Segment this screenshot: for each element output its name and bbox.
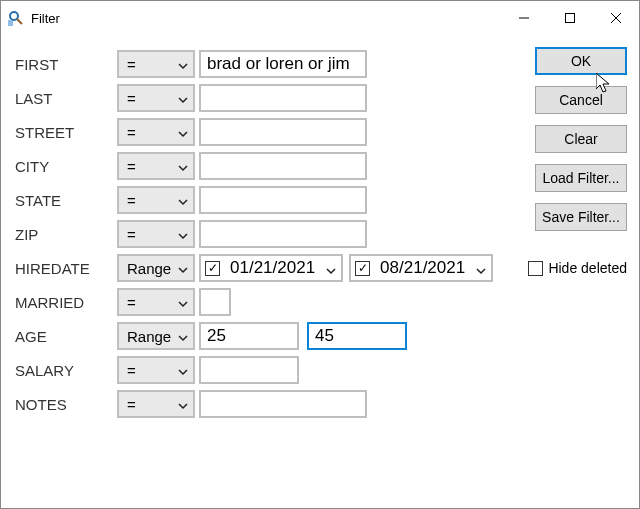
checkbox-icon[interactable] bbox=[528, 261, 543, 276]
input-notes[interactable] bbox=[199, 390, 367, 418]
input-state[interactable] bbox=[199, 186, 367, 214]
svg-rect-2 bbox=[8, 20, 13, 26]
chevron-down-icon bbox=[177, 262, 189, 274]
chevron-down-icon bbox=[177, 92, 189, 104]
button-column: OK Cancel Clear Load Filter... Save Filt… bbox=[535, 47, 627, 231]
row-notes: NOTES = bbox=[15, 387, 629, 421]
label-notes: NOTES bbox=[15, 396, 117, 413]
label-city: CITY bbox=[15, 158, 117, 175]
op-street[interactable]: = bbox=[117, 118, 195, 146]
input-age-from[interactable] bbox=[199, 322, 299, 350]
chevron-down-icon bbox=[177, 364, 189, 376]
checkbox-icon[interactable]: ✓ bbox=[205, 261, 220, 276]
load-filter-button[interactable]: Load Filter... bbox=[535, 164, 627, 192]
label-street: STREET bbox=[15, 124, 117, 141]
input-city[interactable] bbox=[199, 152, 367, 180]
op-last[interactable]: = bbox=[117, 84, 195, 112]
chevron-down-icon bbox=[177, 398, 189, 410]
row-age: AGE Range bbox=[15, 319, 629, 353]
label-married: MARRIED bbox=[15, 294, 117, 311]
chevron-down-icon bbox=[177, 296, 189, 308]
close-button[interactable] bbox=[593, 3, 639, 33]
svg-rect-4 bbox=[566, 14, 575, 23]
client-area: FIRST = LAST = STREET = bbox=[1, 35, 639, 508]
hide-deleted-label: Hide deleted bbox=[548, 260, 627, 276]
ok-button[interactable]: OK bbox=[535, 47, 627, 75]
hiredate-from[interactable]: ✓ 01/21/2021 bbox=[199, 254, 343, 282]
label-zip: ZIP bbox=[15, 226, 117, 243]
input-age-to[interactable] bbox=[307, 322, 407, 350]
op-first[interactable]: = bbox=[117, 50, 195, 78]
op-married[interactable]: = bbox=[117, 288, 195, 316]
label-salary: SALARY bbox=[15, 362, 117, 379]
chevron-down-icon bbox=[177, 194, 189, 206]
op-state[interactable]: = bbox=[117, 186, 195, 214]
hiredate-to[interactable]: ✓ 08/21/2021 bbox=[349, 254, 493, 282]
row-salary: SALARY = bbox=[15, 353, 629, 387]
clear-button[interactable]: Clear bbox=[535, 125, 627, 153]
op-age[interactable]: Range bbox=[117, 322, 195, 350]
svg-line-1 bbox=[17, 19, 22, 24]
label-first: FIRST bbox=[15, 56, 117, 73]
input-last[interactable] bbox=[199, 84, 367, 112]
op-zip[interactable]: = bbox=[117, 220, 195, 248]
input-zip[interactable] bbox=[199, 220, 367, 248]
chevron-down-icon bbox=[177, 126, 189, 138]
op-city[interactable]: = bbox=[117, 152, 195, 180]
chevron-down-icon bbox=[475, 262, 487, 274]
input-first[interactable] bbox=[199, 50, 367, 78]
row-married: MARRIED = bbox=[15, 285, 629, 319]
checkbox-icon[interactable]: ✓ bbox=[355, 261, 370, 276]
window-title: Filter bbox=[31, 11, 60, 26]
maximize-button[interactable] bbox=[547, 3, 593, 33]
input-salary[interactable] bbox=[199, 356, 299, 384]
chevron-down-icon bbox=[177, 58, 189, 70]
minimize-button[interactable] bbox=[501, 3, 547, 33]
label-last: LAST bbox=[15, 90, 117, 107]
label-age: AGE bbox=[15, 328, 117, 345]
hide-deleted-checkbox[interactable]: Hide deleted bbox=[528, 260, 627, 276]
filter-window: Filter FIRST = LAST = bbox=[0, 0, 640, 509]
input-street[interactable] bbox=[199, 118, 367, 146]
op-hiredate[interactable]: Range bbox=[117, 254, 195, 282]
label-state: STATE bbox=[15, 192, 117, 209]
input-married[interactable] bbox=[199, 288, 231, 316]
chevron-down-icon bbox=[177, 160, 189, 172]
chevron-down-icon bbox=[325, 262, 337, 274]
label-hiredate: HIREDATE bbox=[15, 260, 117, 277]
op-notes[interactable]: = bbox=[117, 390, 195, 418]
save-filter-button[interactable]: Save Filter... bbox=[535, 203, 627, 231]
cancel-button[interactable]: Cancel bbox=[535, 86, 627, 114]
op-salary[interactable]: = bbox=[117, 356, 195, 384]
chevron-down-icon bbox=[177, 228, 189, 240]
svg-point-0 bbox=[10, 12, 18, 20]
app-icon bbox=[7, 9, 25, 27]
titlebar: Filter bbox=[1, 1, 639, 35]
chevron-down-icon bbox=[177, 330, 189, 342]
